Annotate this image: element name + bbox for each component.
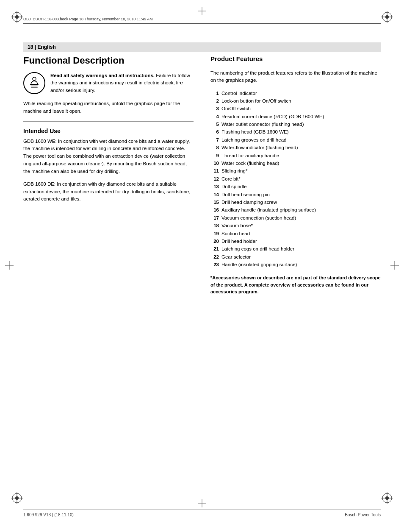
product-features-title: Product Features (210, 55, 381, 65)
reg-mark-bl (11, 492, 23, 504)
feature-text: Drill head securing pin (221, 191, 270, 198)
feature-num: 14 (210, 191, 219, 198)
feature-text: Lock-on button for On/Off switch (221, 97, 291, 105)
feature-text: Vacuum hose* (221, 222, 253, 229)
opening-paragraph: While reading the operating instructions… (23, 100, 194, 115)
svg-rect-26 (31, 86, 38, 86)
language-label: English (37, 44, 55, 50)
feature-num: 5 (210, 120, 219, 128)
right-column: Product Features The numbering of the pr… (210, 55, 381, 295)
feature-text: Vacuum connection (suction head) (221, 214, 296, 222)
feature-text: Gear selector (221, 253, 251, 261)
feature-num: 2 (210, 97, 219, 105)
warning-bold: Read all safety warnings and all instruc… (50, 73, 155, 78)
two-columns: Functional Description (23, 55, 381, 295)
feature-item: 10Water cock (flushing head) (210, 159, 381, 167)
feature-item: 16Auxiliary handle (insulated gripping s… (210, 206, 381, 214)
feature-num: 7 (210, 136, 219, 144)
feature-num: 4 (210, 113, 219, 120)
page-number: 18 (28, 44, 33, 50)
page: OBJ_BUCH-116-003.book Page 18 Thursday, … (0, 0, 404, 532)
feature-text: Drill head clamping screw (221, 198, 277, 206)
feature-num: 13 (210, 183, 219, 190)
feature-text: Water cock (flushing head) (221, 159, 279, 167)
feature-text: Flushing head (GDB 1600 WE) (221, 128, 289, 136)
feature-item: 23Handle (insulated gripping surface) (210, 261, 381, 268)
warning-icon (23, 72, 45, 94)
content-area: Functional Description (23, 55, 381, 481)
feature-item: 3On/Off switch (210, 105, 381, 112)
footer: 1 609 929 V13 | (18.11.10) Bosch Power T… (23, 510, 381, 517)
feature-num: 3 (210, 105, 219, 112)
reg-mark-tl (11, 11, 23, 23)
warning-text: Read all safety warnings and all instruc… (50, 72, 194, 94)
center-mark-top (198, 7, 206, 17)
feature-list: 1Control indicator2Lock-on button for On… (210, 89, 381, 269)
footer-right: Bosch Power Tools (345, 513, 381, 517)
intended-use-p1: GDB 1600 WE: In conjunction with wet dia… (23, 138, 194, 175)
feature-text: Latching cogs on drill head holder (221, 245, 294, 253)
feature-item: 7Latching grooves on drill head (210, 136, 381, 144)
feature-item: 14Drill head securing pin (210, 191, 381, 198)
feature-num: 10 (210, 159, 219, 167)
feature-text: Drill spindle (221, 183, 246, 190)
feature-num: 18 (210, 222, 219, 229)
feature-text: Sliding ring* (221, 167, 247, 175)
feature-num: 9 (210, 152, 219, 159)
svg-point-7 (385, 15, 389, 19)
svg-point-15 (385, 496, 389, 500)
feature-num: 16 (210, 206, 219, 214)
reg-mark-tr (381, 11, 393, 23)
feature-num: 15 (210, 198, 219, 206)
svg-point-24 (33, 77, 36, 81)
feature-item: 4Residual current device (RCD) (GDB 1600… (210, 113, 381, 120)
intended-use-title: Intended Use (23, 128, 194, 134)
feature-num: 17 (210, 214, 219, 222)
feature-item: 22Gear selector (210, 253, 381, 261)
feature-text: Latching grooves on drill head (221, 136, 286, 144)
svg-rect-27 (31, 87, 38, 88)
feature-text: Auxiliary handle (insulated gripping sur… (221, 206, 316, 214)
warning-block: Read all safety warnings and all instruc… (23, 72, 194, 94)
feature-num: 12 (210, 175, 219, 183)
feature-item: 19Suction head (210, 230, 381, 237)
section-title: Functional Description (23, 55, 194, 66)
svg-point-3 (15, 15, 19, 19)
feature-item: 20Drill head holder (210, 237, 381, 245)
feature-num: 8 (210, 144, 219, 151)
svg-rect-25 (30, 84, 39, 85)
feature-text: On/Off switch (221, 105, 251, 112)
divider-1 (23, 121, 194, 122)
feature-item: 11Sliding ring* (210, 167, 381, 175)
feature-item: 6Flushing head (GDB 1600 WE) (210, 128, 381, 136)
feature-num: 23 (210, 261, 219, 268)
file-info: OBJ_BUCH-116-003.book Page 18 Thursday, … (23, 17, 153, 21)
feature-item: 13Drill spindle (210, 183, 381, 190)
feature-item: 18Vacuum hose* (210, 222, 381, 229)
product-features-intro: The numbering of the product features re… (210, 70, 381, 84)
feature-item: 15Drill head clamping screw (210, 198, 381, 206)
feature-num: 11 (210, 167, 219, 175)
accessories-note: *Accessories shown or described are not … (210, 274, 381, 295)
footer-left: 1 609 929 V13 | (18.11.10) (23, 513, 74, 517)
feature-text: Control indicator (221, 89, 257, 97)
page-num-bar: 18 | English (23, 42, 381, 52)
intended-use-p2: GDB 1600 DE: In conjunction with dry dia… (23, 181, 194, 203)
feature-item: 1Control indicator (210, 89, 381, 97)
svg-point-11 (15, 496, 19, 500)
feature-text: Residual current device (RCD) (GDB 1600 … (221, 113, 324, 120)
feature-item: 2Lock-on button for On/Off switch (210, 97, 381, 105)
feature-item: 12Core bit* (210, 175, 381, 183)
feature-num: 22 (210, 253, 219, 261)
feature-item: 9Thread for auxiliary handle (210, 152, 381, 159)
center-mark-left (5, 261, 14, 271)
feature-text: Suction head (221, 230, 250, 237)
feature-num: 1 (210, 89, 219, 97)
feature-num: 6 (210, 128, 219, 136)
center-mark-bottom (198, 499, 206, 509)
feature-text: Handle (insulated gripping surface) (221, 261, 297, 268)
feature-text: Drill head holder (221, 237, 257, 245)
feature-num: 21 (210, 245, 219, 253)
feature-item: 8Water-flow indicator (flushing head) (210, 144, 381, 151)
left-column: Functional Description (23, 55, 194, 295)
